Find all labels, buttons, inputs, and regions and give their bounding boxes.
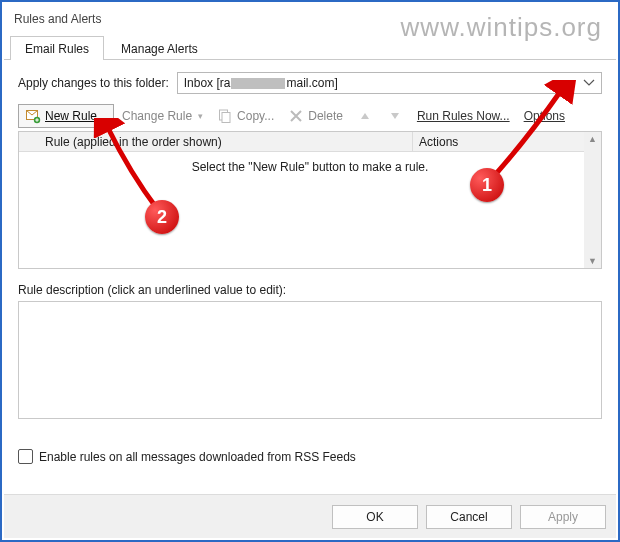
folder-select-value: Inbox [ramail.com] <box>184 76 338 90</box>
tab-strip: Email Rules Manage Alerts <box>4 34 616 60</box>
move-up-button <box>351 105 379 127</box>
run-rules-button[interactable]: Run Rules Now... <box>411 106 516 126</box>
chevron-down-icon[interactable] <box>581 74 597 93</box>
options-button[interactable]: Options <box>518 106 571 126</box>
change-rule-button: Change Rule▾ <box>116 106 209 126</box>
rule-description-box <box>18 301 602 419</box>
tab-email-rules[interactable]: Email Rules <box>10 36 104 60</box>
redacted-block <box>231 78 285 89</box>
copy-icon <box>217 108 233 124</box>
rss-checkbox-label: Enable rules on all messages downloaded … <box>39 450 356 464</box>
rule-description-label: Rule description (click an underlined va… <box>18 283 602 297</box>
apply-button: Apply <box>520 505 606 529</box>
folder-label: Apply changes to this folder: <box>18 76 169 90</box>
new-rule-icon <box>25 108 41 124</box>
window-title: Rules and Alerts <box>4 4 616 34</box>
rules-alerts-window: Rules and Alerts Email Rules Manage Aler… <box>4 4 616 538</box>
delete-button: Delete <box>282 105 349 127</box>
svg-rect-3 <box>222 113 230 123</box>
rss-checkbox[interactable] <box>18 449 33 464</box>
rules-list: Rule (applied in the order shown) Action… <box>18 131 602 269</box>
scroll-down-icon[interactable]: ▼ <box>588 254 597 268</box>
ok-button[interactable]: OK <box>332 505 418 529</box>
copy-button: Copy... <box>211 105 280 127</box>
scrollbar[interactable]: ▲ ▼ <box>584 132 601 268</box>
toolbar: New Rule... Change Rule▾ Copy... Delete <box>18 104 602 128</box>
empty-rules-message: Select the "New Rule" button to make a r… <box>19 152 601 174</box>
triangle-down-icon <box>387 108 403 124</box>
cancel-button[interactable]: Cancel <box>426 505 512 529</box>
delete-icon <box>288 108 304 124</box>
new-rule-button[interactable]: New Rule... <box>18 104 114 128</box>
new-rule-label: New Rule... <box>45 109 107 123</box>
move-down-button <box>381 105 409 127</box>
tab-manage-alerts[interactable]: Manage Alerts <box>106 36 213 60</box>
dialog-footer: OK Cancel Apply <box>4 494 616 538</box>
chevron-down-icon: ▾ <box>198 111 203 121</box>
column-actions-header[interactable]: Actions <box>413 132 601 151</box>
triangle-up-icon <box>357 108 373 124</box>
folder-select[interactable]: Inbox [ramail.com] <box>177 72 602 94</box>
scroll-up-icon[interactable]: ▲ <box>588 132 597 146</box>
column-rule-header[interactable]: Rule (applied in the order shown) <box>19 132 413 151</box>
